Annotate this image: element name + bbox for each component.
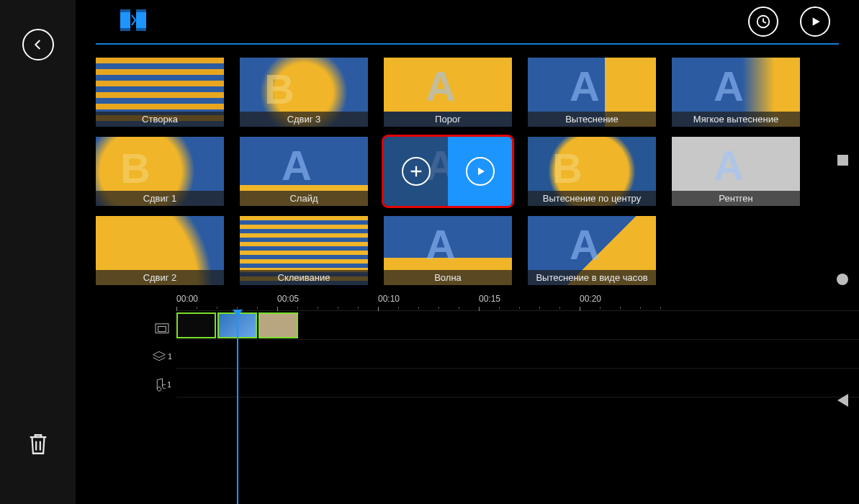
time-tick: 00:10 [378,294,400,304]
transition-label: Сдвиг 1 [96,191,224,206]
transition-tile[interactable]: A [384,137,512,206]
video-row[interactable] [176,311,859,340]
back-button[interactable] [22,29,54,60]
transition-tile[interactable]: AВолна [384,216,512,285]
time-tick: 00:20 [580,294,601,304]
transition-tile[interactable]: Створка [96,58,224,127]
transition-label: Склеивание [240,270,368,285]
svg-rect-2 [120,9,130,12]
svg-rect-8 [158,326,166,331]
transition-tile[interactable]: Сдвиг 2 [96,216,224,285]
play-button[interactable] [800,6,830,37]
transition-tile[interactable]: AСлайд [240,137,368,206]
transition-tile[interactable]: BСдвиг 1 [96,137,224,206]
clip-3[interactable] [258,312,298,338]
add-transition-button[interactable] [384,137,448,206]
transition-label: Вытеснение по центру [528,191,656,206]
transition-label: Створка [96,112,224,127]
play-icon [474,165,487,178]
transition-tile[interactable]: BВытеснение по центру [528,137,656,206]
timeline: 1 1 00:0000:0500:1000:1500:20 [76,289,859,397]
audio-track-icon[interactable]: 1 [153,377,171,392]
transitions-icon [119,8,148,32]
transition-tile[interactable]: AВытеснение в виде часов [528,216,656,285]
transition-tile[interactable]: AМягкое вытеснение [672,58,800,127]
transition-tile[interactable]: AВытеснение [528,58,656,127]
svg-rect-4 [120,28,130,31]
clock-icon [755,14,771,30]
duration-button[interactable] [748,6,778,37]
svg-rect-5 [136,28,146,31]
layer-count: 1 [168,353,172,361]
transition-label: Рентген [672,191,800,206]
time-tick: 00:15 [479,294,500,304]
transition-tile[interactable]: BСдвиг 3 [240,58,368,127]
main-area: СтворкаBСдвиг 3AПорогAВытеснениеAМягкое … [76,0,859,504]
transitions-grid: СтворкаBСдвиг 3AПорогAВытеснениеAМягкое … [76,45,859,289]
track-icons: 1 1 [148,294,176,397]
audio-count: 1 [167,381,171,389]
chevron-left-icon [32,38,45,51]
transition-label: Сдвиг 3 [240,112,368,127]
video-track-icon[interactable] [154,323,170,336]
system-nav [832,0,853,504]
timeline-rows [176,311,859,397]
music-icon [153,377,166,392]
preview-transition-button[interactable] [448,137,512,206]
time-tick: 00:00 [176,294,198,304]
layers-icon [152,350,166,363]
layer-row[interactable] [176,340,859,369]
svg-rect-3 [136,9,146,12]
transition-tile[interactable]: AРентген [672,137,800,206]
transition-label: Вытеснение [528,112,656,127]
play-icon [808,14,822,29]
transition-label: Мягкое вытеснение [672,112,800,127]
time-area[interactable]: 00:0000:0500:1000:1500:20 [176,294,859,397]
transition-label: Порог [384,112,512,127]
time-ruler[interactable]: 00:0000:0500:1000:1500:20 [176,294,859,311]
delete-button[interactable] [26,431,50,461]
trash-icon [26,431,50,458]
transitions-tab[interactable] [119,8,148,35]
sidebar-left [0,0,76,504]
system-recents-button[interactable] [837,155,848,166]
transition-label: Вытеснение в виде часов [528,270,656,285]
transition-label: Слайд [240,191,368,206]
system-home-button[interactable] [837,274,848,285]
audio-row[interactable] [176,369,859,397]
playhead[interactable] [237,311,238,504]
svg-rect-1 [136,12,146,28]
transition-tile[interactable]: Склеивание [240,216,368,285]
toolbar [76,0,859,43]
layer-track-icon[interactable]: 1 [152,350,172,363]
plus-icon [408,163,424,179]
svg-rect-0 [120,12,130,28]
system-back-button[interactable] [837,394,848,407]
clip-1[interactable] [176,312,216,338]
transition-tile[interactable]: AПорог [384,58,512,127]
transition-label: Сдвиг 2 [96,270,224,285]
time-tick: 00:05 [277,294,299,304]
film-icon [154,323,170,336]
transition-label: Волна [384,270,512,285]
